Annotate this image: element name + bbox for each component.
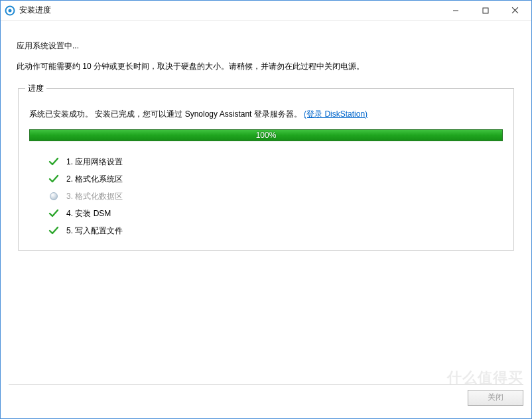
content-area: 应用系统设置中... 此动作可能需要约 10 分钟或更长时间，取决于硬盘的大小。…: [1, 21, 531, 257]
step-item: 3. 格式化数据区: [48, 188, 503, 205]
check-icon: [48, 208, 60, 219]
maximize-button[interactable]: [470, 1, 500, 20]
step-label: 1. 应用网络设置: [66, 156, 123, 168]
check-icon: [48, 156, 60, 168]
minimize-button[interactable]: [440, 1, 470, 20]
login-diskstation-link[interactable]: (登录 DiskStation): [304, 109, 367, 119]
progress-bar-label: 100%: [30, 130, 502, 141]
window-controls: [440, 1, 530, 20]
app-icon: [5, 5, 15, 16]
step-label: 5. 写入配置文件: [66, 225, 123, 237]
steps-list: 1. 应用网络设置2. 格式化系统区3. 格式化数据区4. 安装 DSM5. 写…: [29, 153, 503, 239]
status-heading: 应用系统设置中...: [17, 40, 515, 52]
step-label: 4. 安装 DSM: [66, 208, 111, 219]
close-window-button[interactable]: [500, 1, 530, 20]
step-label: 2. 格式化系统区: [66, 174, 123, 185]
close-button[interactable]: 关闭: [468, 390, 523, 406]
step-item: 4. 安装 DSM: [48, 205, 503, 222]
progress-groupbox: 进度 系统已安装成功。 安装已完成，您可以通过 Synology Assista…: [18, 88, 514, 251]
window-title: 安装进度: [19, 5, 440, 16]
step-item: 2. 格式化系统区: [48, 170, 503, 188]
titlebar: 安装进度: [1, 1, 531, 21]
step-label: 3. 格式化数据区: [66, 191, 123, 202]
status-line: 系统已安装成功。 安装已完成，您可以通过 Synology Assistant …: [29, 109, 503, 120]
svg-point-1: [9, 9, 12, 12]
status-text: 系统已安装成功。 安装已完成，您可以通过 Synology Assistant …: [29, 109, 302, 119]
skipped-icon: [48, 190, 60, 202]
status-description: 此动作可能需要约 10 分钟或更长时间，取决于硬盘的大小。请稍候，并请勿在此过程…: [17, 61, 515, 72]
install-progress-window: 安装进度 应用系统设置中... 此动作可能需要约 10 分钟或更长时间，取决于硬…: [0, 0, 532, 419]
step-item: 5. 写入配置文件: [48, 222, 503, 239]
check-icon: [48, 173, 60, 185]
check-icon: [48, 225, 60, 237]
progress-bar: 100%: [29, 129, 503, 141]
step-item: 1. 应用网络设置: [48, 153, 503, 170]
progress-legend: 进度: [25, 83, 46, 94]
svg-rect-3: [483, 8, 488, 13]
footer: 关闭: [9, 384, 523, 410]
